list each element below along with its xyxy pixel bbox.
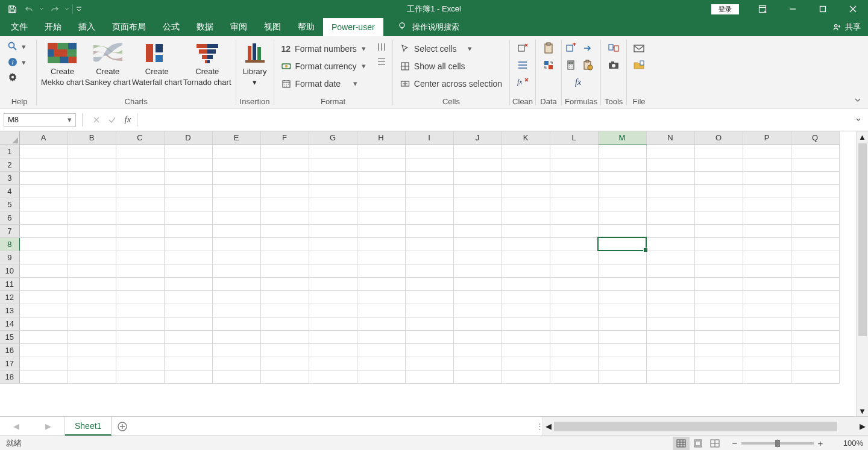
cell[interactable] <box>116 343 164 357</box>
cell[interactable] <box>743 277 791 290</box>
cell[interactable] <box>453 343 502 357</box>
zoom-slider-thumb[interactable] <box>775 440 780 447</box>
cell[interactable] <box>164 237 212 251</box>
cell[interactable] <box>453 224 502 237</box>
cell[interactable] <box>646 224 694 237</box>
row-header[interactable]: 3 <box>0 171 19 184</box>
cell[interactable] <box>405 211 453 224</box>
cell[interactable] <box>212 370 260 383</box>
cell[interactable] <box>309 224 357 237</box>
cell[interactable] <box>357 304 405 317</box>
cell[interactable] <box>164 343 212 357</box>
cell[interactable] <box>502 198 550 211</box>
cell[interactable] <box>791 357 839 370</box>
qat-redo-dropdown[interactable] <box>63 1 71 17</box>
cell[interactable] <box>550 343 598 357</box>
cell[interactable] <box>646 145 694 158</box>
column-header[interactable]: B <box>68 131 116 145</box>
column-header[interactable]: L <box>550 131 598 145</box>
cell[interactable] <box>116 184 164 198</box>
cell[interactable] <box>260 184 309 198</box>
row-header[interactable]: 16 <box>0 343 19 357</box>
cell[interactable] <box>743 370 791 383</box>
cell[interactable] <box>212 224 260 237</box>
cell[interactable] <box>791 251 839 264</box>
select-all-corner[interactable] <box>0 131 19 145</box>
cell[interactable] <box>502 290 550 304</box>
cell[interactable] <box>791 330 839 343</box>
cell[interactable] <box>405 304 453 317</box>
tab-home[interactable]: 开始 <box>36 18 70 36</box>
cell[interactable] <box>453 145 502 158</box>
cell[interactable] <box>68 357 116 370</box>
row-header[interactable]: 2 <box>0 158 19 171</box>
cell[interactable] <box>550 330 598 343</box>
cell[interactable] <box>743 343 791 357</box>
cell[interactable] <box>212 251 260 264</box>
cell[interactable] <box>116 251 164 264</box>
cell[interactable] <box>357 251 405 264</box>
cell[interactable] <box>646 357 694 370</box>
cell[interactable] <box>164 211 212 224</box>
cell[interactable] <box>68 317 116 330</box>
cell[interactable] <box>405 290 453 304</box>
row-header[interactable]: 6 <box>0 211 19 224</box>
cell[interactable] <box>357 370 405 383</box>
cell[interactable] <box>646 198 694 211</box>
qat-redo-button[interactable] <box>46 1 63 17</box>
cell[interactable] <box>453 290 502 304</box>
cell[interactable] <box>309 370 357 383</box>
cell[interactable] <box>502 264 550 277</box>
zoom-out-button[interactable]: − <box>728 437 741 450</box>
help-info-button[interactable]: i ▾ <box>6 54 35 70</box>
cell[interactable] <box>357 211 405 224</box>
login-button[interactable]: 登录 <box>711 4 739 14</box>
cell[interactable] <box>502 251 550 264</box>
cell[interactable] <box>598 158 646 171</box>
cell[interactable] <box>550 357 598 370</box>
cell[interactable] <box>260 158 309 171</box>
cell[interactable] <box>694 330 743 343</box>
cell[interactable] <box>791 370 839 383</box>
add-sheet-button[interactable] <box>112 417 133 436</box>
column-header[interactable]: F <box>260 131 309 145</box>
cell[interactable] <box>694 370 743 383</box>
cell[interactable] <box>212 184 260 198</box>
clean-rows-button[interactable] <box>512 57 533 73</box>
cell[interactable] <box>19 317 68 330</box>
column-header[interactable]: J <box>453 131 502 145</box>
cell[interactable] <box>694 277 743 290</box>
cell[interactable] <box>502 304 550 317</box>
cell[interactable] <box>19 370 68 383</box>
cell[interactable] <box>212 145 260 158</box>
create-mekko-chart-button[interactable]: Create Mekko chart <box>40 39 84 89</box>
cell[interactable] <box>453 277 502 290</box>
cell[interactable] <box>646 343 694 357</box>
cell[interactable] <box>598 330 646 343</box>
cell[interactable] <box>116 237 164 251</box>
cell[interactable] <box>405 237 453 251</box>
cell[interactable] <box>19 264 68 277</box>
row-header[interactable]: 13 <box>0 304 19 317</box>
cell[interactable] <box>212 198 260 211</box>
format-date-button[interactable]: Format date ▾ <box>278 75 371 92</box>
center-across-selection-button[interactable]: Center across selection <box>397 75 506 92</box>
cell[interactable] <box>116 277 164 290</box>
cell[interactable] <box>791 158 839 171</box>
cell[interactable] <box>212 290 260 304</box>
create-tornado-chart-button[interactable]: Create Tornado chart <box>183 39 232 89</box>
scroll-up-button[interactable]: ▲ <box>857 131 868 142</box>
qat-undo-button[interactable] <box>20 1 37 17</box>
row-header[interactable]: 10 <box>0 264 19 277</box>
row-header[interactable]: 15 <box>0 330 19 343</box>
formulas-apply-button[interactable] <box>565 43 576 54</box>
cell[interactable] <box>164 198 212 211</box>
column-header[interactable]: N <box>646 131 694 145</box>
tab-review[interactable]: 审阅 <box>222 18 256 36</box>
cell[interactable] <box>68 224 116 237</box>
row-header[interactable]: 14 <box>0 317 19 330</box>
cell[interactable] <box>68 145 116 158</box>
formulas-goto-button[interactable] <box>582 43 593 54</box>
cell[interactable] <box>502 357 550 370</box>
cell[interactable] <box>502 184 550 198</box>
